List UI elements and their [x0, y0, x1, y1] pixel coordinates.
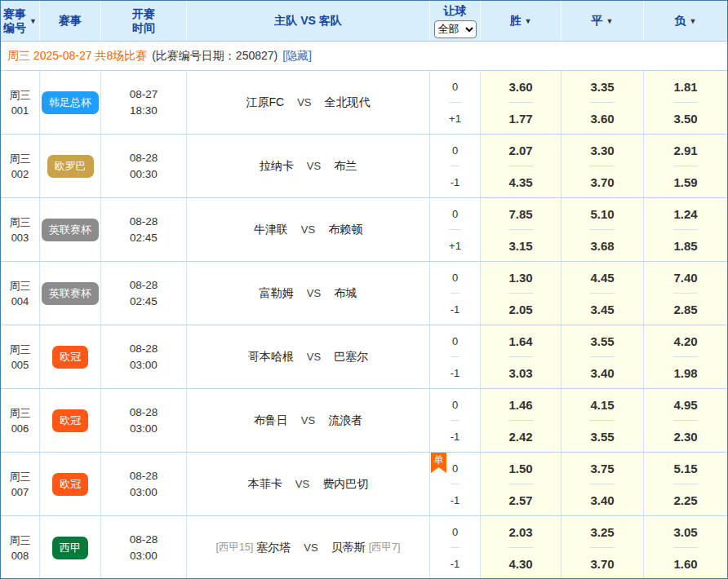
draw-odds-cell: 3.30 3.70	[562, 135, 644, 197]
away-team: 布赖顿	[328, 223, 362, 237]
date-note: (比赛编号日期：250827)	[152, 49, 277, 64]
match-id-cell: 周三 002	[1, 135, 40, 197]
draw-odds-cell: 3.25 3.70	[562, 516, 644, 579]
win-odds-line2[interactable]: 4.35	[508, 166, 532, 197]
draw-odds-line2[interactable]: 3.70	[590, 547, 614, 579]
draw-odds-cell: 5.10 3.68	[562, 198, 644, 261]
match-number: 001	[11, 103, 29, 118]
lose-odds-line1[interactable]: 1.81	[673, 71, 697, 102]
draw-odds-line1[interactable]: 3.55	[590, 325, 614, 356]
time-cell: 08-28 02:45	[101, 262, 187, 325]
handicap-cell: 单 0 +1	[430, 198, 481, 261]
header-match-id-line2: 编号	[3, 21, 26, 35]
sort-arrow-icon[interactable]: ▼	[606, 17, 614, 25]
match-day: 周三	[10, 469, 31, 484]
header-draw[interactable]: 平 ▼	[562, 1, 644, 41]
lose-odds-line1[interactable]: 4.95	[673, 389, 697, 420]
teams-cell: [西甲15] 塞尔塔 VS 贝蒂斯 [西甲7]	[187, 516, 430, 579]
draw-odds-line2[interactable]: 3.68	[590, 229, 614, 261]
sort-arrow-icon[interactable]: ▼	[525, 17, 532, 25]
win-odds-line2[interactable]: 4.30	[508, 547, 532, 579]
draw-odds-line2[interactable]: 3.70	[590, 166, 614, 197]
league-cell: 欧罗巴	[40, 135, 101, 197]
lose-odds-line1[interactable]: 2.91	[673, 135, 697, 166]
win-odds-line2[interactable]: 2.42	[508, 420, 532, 452]
vs-label: VS	[307, 287, 321, 299]
single-bet-ribbon-badge: 单	[431, 453, 446, 473]
time-cell: 08-27 18:30	[101, 71, 187, 134]
handicap-line2: -1	[451, 547, 460, 579]
draw-odds-line1[interactable]: 3.25	[590, 516, 614, 547]
match-date: 08-28	[130, 150, 158, 166]
win-odds-line1[interactable]: 1.46	[508, 389, 532, 420]
away-team-rank: [西甲7]	[369, 541, 401, 555]
lose-odds-line1[interactable]: 1.24	[673, 198, 697, 229]
lose-odds-line1[interactable]: 4.20	[673, 325, 697, 356]
match-row: 周三 002 欧罗巴 08-28 00:30 拉纳卡 VS 布兰 单 0 -1 …	[1, 134, 727, 197]
lose-odds-line2[interactable]: 1.85	[673, 229, 697, 261]
sort-arrow-icon[interactable]: ▼	[29, 17, 37, 25]
lose-odds-line1[interactable]: 3.05	[673, 516, 697, 547]
draw-odds-line1[interactable]: 3.30	[590, 135, 614, 166]
win-odds-line1[interactable]: 3.60	[508, 71, 532, 102]
lose-odds-cell: 5.15 2.25	[644, 453, 727, 515]
draw-odds-line1[interactable]: 4.45	[590, 262, 614, 293]
teams-cell: 拉纳卡 VS 布兰	[187, 135, 430, 197]
win-odds-line1[interactable]: 2.07	[508, 135, 532, 166]
match-day: 周三	[10, 87, 31, 103]
lose-odds-line2[interactable]: 2.30	[673, 420, 697, 452]
lose-odds-line2[interactable]: 2.25	[673, 484, 697, 515]
lose-odds-line2[interactable]: 1.59	[673, 166, 697, 197]
win-odds-line2[interactable]: 2.57	[508, 484, 532, 515]
lose-odds-line2[interactable]: 1.60	[673, 547, 697, 579]
win-odds-line2[interactable]: 3.03	[508, 356, 532, 388]
lose-odds-cell: 3.05 1.60	[644, 516, 727, 579]
league-badge: 英联赛杯	[42, 282, 99, 305]
header-lose[interactable]: 负 ▼	[644, 1, 727, 41]
win-odds-line1[interactable]: 1.50	[508, 453, 532, 484]
draw-odds-line1[interactable]: 3.75	[590, 453, 614, 484]
time-cell: 08-28 02:45	[101, 198, 187, 261]
draw-odds-line1[interactable]: 4.15	[590, 389, 614, 420]
header-draw-label: 平	[592, 14, 603, 29]
draw-odds-line1[interactable]: 5.10	[590, 198, 614, 229]
win-odds-line2[interactable]: 1.77	[508, 102, 532, 134]
win-odds-line1[interactable]: 1.30	[508, 262, 532, 293]
draw-odds-line2[interactable]: 3.45	[590, 293, 614, 325]
lose-odds-line2[interactable]: 1.98	[673, 356, 697, 388]
draw-odds-line2[interactable]: 3.40	[590, 484, 614, 515]
vs-label: VS	[304, 541, 317, 554]
match-date: 08-28	[130, 341, 158, 357]
header-match-id[interactable]: 赛事 编号 ▼	[1, 1, 40, 41]
sort-arrow-icon[interactable]: ▼	[690, 17, 697, 25]
match-time: 18:30	[130, 103, 158, 119]
lose-odds-line2[interactable]: 2.85	[673, 293, 697, 325]
draw-odds-line2[interactable]: 3.40	[590, 356, 614, 388]
win-odds-line2[interactable]: 3.15	[508, 229, 532, 261]
handicap-filter-select[interactable]: 全部	[434, 20, 477, 38]
away-team: 费内巴切	[322, 477, 368, 492]
win-odds-line1[interactable]: 2.03	[508, 516, 532, 547]
header-teams-label: 主队 VS 客队	[274, 14, 341, 29]
draw-odds-line2[interactable]: 3.55	[590, 420, 614, 452]
lose-odds-line2[interactable]: 3.50	[673, 102, 697, 134]
home-team: 哥本哈根	[248, 350, 294, 365]
win-odds-line1[interactable]: 7.85	[508, 198, 532, 229]
win-odds-line1[interactable]: 1.64	[508, 325, 532, 356]
match-row: 周三 001 韩足总杯 08-27 18:30 江原FC VS 全北现代 单 0…	[1, 70, 727, 134]
header-win[interactable]: 胜 ▼	[481, 1, 562, 41]
match-rows: 周三 001 韩足总杯 08-27 18:30 江原FC VS 全北现代 单 0…	[1, 70, 727, 579]
home-team: 拉纳卡	[260, 159, 294, 174]
handicap-line2: -1	[451, 484, 460, 515]
draw-odds-line1[interactable]: 3.35	[590, 71, 614, 102]
match-time: 03:00	[130, 548, 158, 564]
draw-odds-line2[interactable]: 3.60	[590, 102, 614, 134]
lose-odds-line1[interactable]: 7.40	[673, 262, 697, 293]
lose-odds-cell: 1.81 3.50	[644, 71, 727, 134]
handicap-line2: -1	[451, 166, 460, 197]
lose-odds-line1[interactable]: 5.15	[673, 453, 697, 484]
win-odds-line2[interactable]: 2.05	[508, 293, 532, 325]
match-id-cell: 周三 007	[1, 453, 40, 515]
lose-odds-cell: 2.91 1.59	[644, 135, 727, 197]
hide-link[interactable]: [隐藏]	[282, 49, 312, 64]
